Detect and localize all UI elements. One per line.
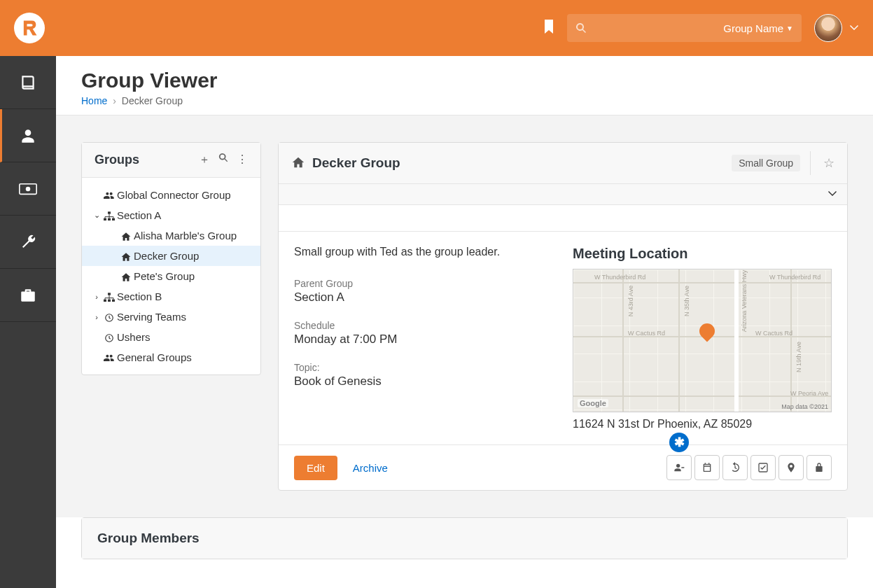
- add-member-button[interactable]: [666, 455, 692, 480]
- search-icon: [575, 22, 587, 34]
- svg-rect-9: [112, 300, 115, 302]
- tree-item-pete-s-group[interactable]: Pete's Group: [82, 266, 260, 286]
- rock-logo-icon: [20, 18, 39, 38]
- nav-item-person[interactable]: [0, 109, 56, 162]
- left-nav: [0, 56, 56, 588]
- meeting-address: 11624 N 31st Dr Phoenix, AZ 85029: [573, 418, 832, 430]
- map-label: W Thunderbird Rd: [769, 274, 820, 281]
- group-description: Small group with Ted as the group leader…: [294, 246, 545, 258]
- groups-panel-heading: Groups ＋ ⋮: [82, 143, 260, 178]
- map-attribution: Map data ©2021: [781, 403, 828, 410]
- svg-rect-3: [104, 218, 106, 220]
- tree-item-label: Serving Teams: [117, 311, 186, 323]
- home-icon: [118, 250, 134, 262]
- search-type-dropdown[interactable]: Group Name ▼: [723, 22, 793, 34]
- favorite-button[interactable]: ☆: [810, 151, 834, 175]
- add-group-button[interactable]: ＋: [199, 153, 210, 167]
- chevron-down-icon: [827, 188, 837, 198]
- tree-item-alisha-marble-s-group[interactable]: Alisha Marble's Group: [82, 225, 260, 246]
- map-label: W Cactus Rd: [755, 330, 792, 337]
- person-minus-icon: [673, 462, 685, 473]
- groups-more-button[interactable]: ⋮: [237, 153, 248, 167]
- map-marker-icon: [785, 462, 797, 473]
- tree-item-label: General Groups: [117, 351, 192, 363]
- location-button[interactable]: [778, 455, 804, 480]
- lock-icon: [813, 462, 825, 473]
- group-detail-heading: Decker Group Small Group ☆: [279, 143, 847, 184]
- bookmark-icon[interactable]: [543, 20, 554, 37]
- map-highway: [734, 270, 739, 412]
- tree-item-decker-group[interactable]: Decker Group: [82, 246, 260, 266]
- collapse-toggle[interactable]: [827, 188, 837, 200]
- main-content: Group Viewer Home › Decker Group Groups …: [56, 56, 873, 588]
- page-title: Group Viewer: [81, 69, 848, 92]
- detail-right-column: Meeting Location W Thunderbird Rd W Thun…: [573, 246, 832, 430]
- users-icon: [102, 189, 117, 201]
- calendar-button[interactable]: [694, 455, 720, 480]
- map-label: Arizona Veterans Hwy: [741, 270, 748, 332]
- attendance-button[interactable]: [750, 455, 776, 480]
- tree-item-ushers[interactable]: Ushers: [82, 327, 260, 347]
- tree-chevron[interactable]: ›: [92, 293, 102, 301]
- tree-item-section-a[interactable]: ⌄Section A: [82, 205, 260, 225]
- sitemap-icon: [102, 209, 117, 221]
- home-icon: [118, 270, 134, 282]
- nav-item-tools[interactable]: [0, 216, 56, 269]
- breadcrumb-sep: ›: [113, 95, 116, 106]
- nav-item-finance[interactable]: [0, 162, 56, 216]
- nav-item-book[interactable]: [0, 56, 56, 109]
- security-button[interactable]: [806, 455, 832, 480]
- map-road: [678, 270, 680, 412]
- person-icon: [19, 127, 37, 145]
- detail-spacer: [279, 205, 847, 232]
- breadcrumb: Home › Decker Group: [81, 95, 848, 106]
- history-icon: [729, 462, 741, 473]
- user-avatar[interactable]: [814, 14, 842, 42]
- clock-icon: [102, 331, 117, 343]
- topic-value: Book of Genesis: [294, 374, 545, 388]
- groups-tree-panel: Groups ＋ ⋮ Global Connector Group⌄Sectio…: [81, 142, 261, 375]
- caret-down-icon: ▼: [786, 24, 793, 32]
- tree-item-section-b[interactable]: ›Section B: [82, 286, 260, 307]
- detail-left-column: Small group with Ted as the group leader…: [294, 246, 545, 430]
- tree-chevron[interactable]: ⌄: [92, 211, 102, 220]
- archive-button[interactable]: Archive: [353, 462, 388, 474]
- history-button[interactable]: [722, 455, 748, 480]
- book-icon: [19, 74, 37, 92]
- tree-item-global-connector-group[interactable]: Global Connector Group: [82, 185, 260, 205]
- edit-button[interactable]: Edit: [294, 456, 337, 480]
- map-google-logo: Google: [578, 399, 608, 407]
- tree-item-label: Pete's Group: [134, 270, 195, 282]
- tree-chevron[interactable]: ›: [92, 313, 102, 321]
- map-road: [622, 270, 624, 412]
- users-icon: [102, 351, 117, 363]
- tree-item-label: Global Connector Group: [117, 189, 231, 201]
- group-members-title: Group Members: [82, 518, 847, 559]
- search-type-label: Group Name: [723, 22, 783, 34]
- meeting-location-map[interactable]: W Thunderbird Rd W Thunderbird Rd W Cact…: [573, 269, 832, 412]
- sitemap-icon: [102, 290, 117, 302]
- chevron-down-icon: [849, 22, 859, 32]
- parent-group-label: Parent Group: [294, 278, 545, 289]
- schedule-label: Schedule: [294, 320, 545, 331]
- search-groups-button[interactable]: [218, 153, 228, 167]
- nav-item-admin[interactable]: [0, 269, 56, 322]
- tree-item-label: Decker Group: [134, 250, 199, 262]
- parent-group-value: Section A: [294, 290, 545, 304]
- breadcrumb-home[interactable]: Home: [81, 95, 107, 106]
- app-logo[interactable]: [14, 13, 45, 43]
- search-icon: [218, 153, 228, 162]
- search-box[interactable]: Group Name ▼: [567, 14, 802, 42]
- home-icon: [291, 156, 305, 171]
- clock-icon: [102, 311, 117, 323]
- tree-item-serving-teams[interactable]: ›Serving Teams: [82, 307, 260, 327]
- detail-footer: Edit Archive ✱: [279, 444, 847, 490]
- user-menu-caret[interactable]: [849, 22, 859, 34]
- calendar-icon: [701, 462, 713, 473]
- group-type-badge: Small Group: [732, 155, 800, 172]
- svg-rect-6: [108, 293, 111, 295]
- group-detail-panel: Decker Group Small Group ☆ Small group w…: [278, 142, 848, 491]
- notification-badge[interactable]: ✱: [669, 433, 689, 452]
- tree-item-general-groups[interactable]: General Groups: [82, 347, 260, 368]
- tree-item-label: Section A: [117, 209, 161, 221]
